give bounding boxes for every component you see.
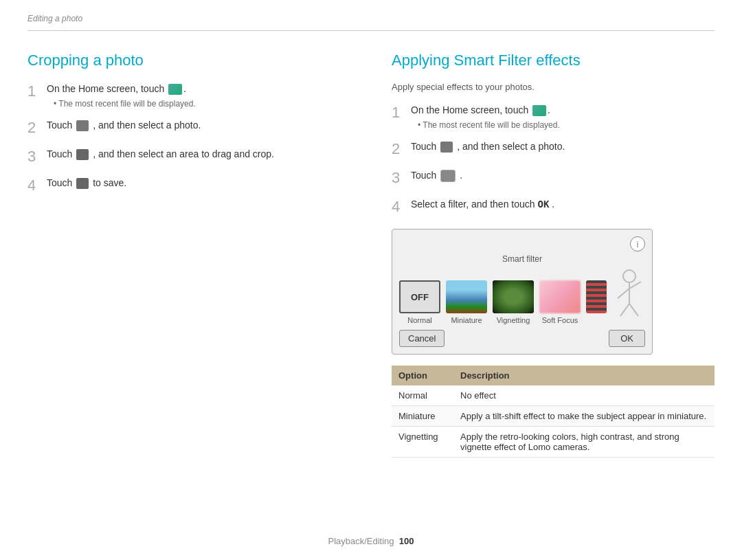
stick-figure-svg [612,269,647,324]
ok-button[interactable]: OK [609,330,645,347]
r-step-3-after: . [460,170,462,181]
step-1-text: On the Home screen, touch [47,83,167,94]
filter-dialog: i Smart filter OFF Normal Miniature [392,229,653,355]
r-step-number-1: 1 [392,101,411,124]
table-row: Miniature Apply a tilt-shift effect to m… [392,406,715,427]
filter-normal[interactable]: OFF Normal [399,280,440,324]
right-column: Applying Smart Filter effects Apply spec… [392,52,715,458]
table-desc-normal: No effect [453,385,715,406]
r-step-2-after: , and then select a photo. [457,141,565,152]
thumb-miniature [446,280,487,313]
r-step-3-content: Touch . [411,168,715,183]
r-step-number-4: 4 [392,195,411,218]
thumb-softfocus [539,280,581,313]
step-number-4: 4 [27,174,47,197]
stick-figure-container [612,269,647,324]
svg-line-4 [620,304,629,316]
page-number: 100 [399,536,414,546]
breadcrumb-area: Editing a photo [27,0,715,31]
options-table: Option Description Normal No effect Mini… [392,366,715,458]
r-step-4-content: Select a filter, and then touch OK . [411,197,715,212]
page-footer: Playback/Editing 100 [0,536,742,546]
left-step-2: 2 Touch , and then select a photo. [27,118,350,139]
crop-icon [76,149,89,160]
step-4-content: Touch to save. [47,176,350,190]
r-step-4-period: . [552,199,554,210]
left-step-1: 1 On the Home screen, touch . The most r… [27,82,350,110]
svg-line-2 [618,289,629,298]
thumb-vignetting [493,280,534,313]
thumb-extra [586,280,607,313]
step-1-bullet: The most recent file will be displayed. [54,98,350,110]
edit-icon [76,120,89,131]
step-2-after: , and then select a photo. [93,120,201,131]
step-2-content: Touch , and then select a photo. [47,118,350,133]
step-number-2: 2 [27,116,47,139]
step-number-1: 1 [27,80,47,102]
r-step-number-3: 3 [392,166,411,189]
thumb-off: OFF [399,280,440,313]
table-option-vignetting: Vignetting [392,427,453,458]
table-header-option: Option [392,366,453,385]
thumb-vignetting-label: Vignetting [497,316,530,324]
filter-miniature[interactable]: Miniature [446,280,487,324]
step-1-content: On the Home screen, touch . The most rec… [47,82,350,110]
filter-thumbnails: OFF Normal Miniature Vignetting [399,269,645,324]
r-step-3-text: Touch [411,170,439,181]
ok-text: OK [537,199,549,210]
table-row: Normal No effect [392,385,715,406]
filter-softfocus[interactable]: Soft Focus [539,280,581,324]
step-2-text: Touch [47,120,75,131]
table-header-row: Option Description [392,366,715,385]
breadcrumb: Editing a photo [27,14,82,23]
left-column: Cropping a photo 1 On the Home screen, t… [27,52,350,205]
table-desc-vignetting: Apply the retro-looking colors, high con… [453,427,715,458]
filter-extra [586,280,607,324]
r-edit-icon [440,142,453,153]
right-step-1: 1 On the Home screen, touch . The most r… [392,103,715,131]
gallery-icon [168,84,182,95]
table-row: Vignetting Apply the retro-looking color… [392,427,715,458]
r-step-1-text: On the Home screen, touch [411,104,531,115]
right-step-4: 4 Select a filter, and then touch OK . [392,197,715,218]
dialog-label: Smart filter [399,254,645,264]
right-step-2: 2 Touch , and then select a photo. [392,139,715,160]
intro-text: Apply special effects to your photos. [392,82,715,92]
r-gallery-icon [532,105,546,116]
step-4-text: Touch [47,177,75,188]
right-step-3: 3 Touch . [392,168,715,189]
dialog-footer: Cancel OK [399,330,645,347]
filter-vignetting[interactable]: Vignetting [493,280,534,324]
content-columns: Cropping a photo 1 On the Home screen, t… [27,52,715,458]
step-3-content: Touch , and then select an area to drag … [47,147,350,161]
thumb-normal-label: Normal [407,316,431,324]
left-step-4: 4 Touch to save. [27,176,350,197]
step-4-after: to save. [93,177,126,188]
cancel-button[interactable]: Cancel [399,330,445,347]
svg-line-5 [629,304,638,316]
step-3-text: Touch [47,148,75,159]
table-desc-miniature: Apply a tilt-shift effect to make the su… [453,406,715,427]
thumb-miniature-label: Miniature [451,316,482,324]
thumb-softfocus-label: Soft Focus [542,316,578,324]
table-header-description: Description [453,366,715,385]
table-option-miniature: Miniature [392,406,453,427]
step-3-after: , and then select an area to drag and cr… [93,148,274,159]
footer-text: Playback/Editing [328,536,394,546]
save-icon [76,178,89,189]
left-section-title: Cropping a photo [27,52,350,69]
dialog-header: i [399,236,645,251]
r-step-2-text: Touch [411,141,439,152]
r-filter-icon [440,170,456,182]
svg-point-0 [623,270,636,282]
r-step-2-content: Touch , and then select a photo. [411,139,715,154]
r-step-number-2: 2 [392,137,411,160]
info-icon[interactable]: i [630,236,645,251]
page-container: Editing a photo Cropping a photo 1 On th… [0,0,742,560]
r-step-1-content: On the Home screen, touch . The most rec… [411,103,715,131]
left-step-3: 3 Touch , and then select an area to dra… [27,147,350,168]
step-number-3: 3 [27,145,47,168]
right-section-title: Applying Smart Filter effects [392,52,715,69]
r-step-4-text: Select a filter, and then touch [411,199,537,210]
table-option-normal: Normal [392,385,453,406]
